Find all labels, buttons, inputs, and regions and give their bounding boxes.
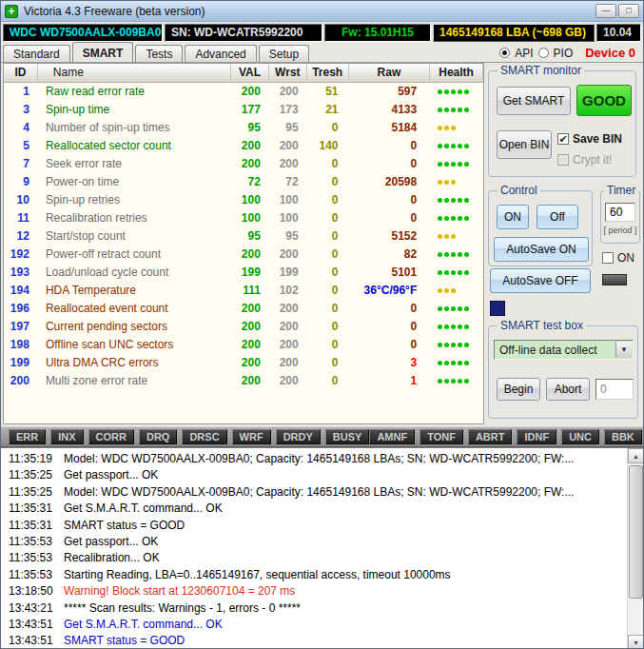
table-row[interactable]: 9Power-on time7272020598: [4, 173, 483, 191]
table-row[interactable]: 7Seek error rate20020000: [4, 155, 483, 173]
right-panel: SMART monitor Get SMART GOOD Open BIN ✔ …: [486, 63, 644, 426]
health-dot-icon: [464, 343, 469, 347]
table-row[interactable]: 3Spin-up time177173214133: [4, 101, 483, 119]
attr-raw: 5184: [349, 119, 431, 137]
save-bin-checkbox[interactable]: ✔ Save BIN: [557, 132, 622, 146]
log-area[interactable]: 11:35:19Model: WDC WD7500AALX-009BA0; Ca…: [1, 447, 643, 649]
test-progress-field[interactable]: [595, 379, 634, 400]
table-row[interactable]: 198Offline scan UNC sectors20020000: [4, 336, 483, 354]
health-dot-icon: [451, 198, 456, 203]
attr-id: 10: [4, 191, 38, 209]
main-area: IDNameVALWrstTreshRawHealth 1Raw read er…: [1, 63, 643, 426]
begin-button[interactable]: Begin: [497, 378, 540, 401]
health-dot-icon: [438, 180, 442, 185]
attr-val: 200: [231, 137, 269, 155]
scroll-thumb[interactable]: [629, 465, 643, 599]
table-row[interactable]: 12Start/stop count959505152: [4, 227, 483, 246]
attr-val: 200: [231, 83, 269, 101]
tab-standard[interactable]: Standard: [3, 45, 70, 62]
scroll-up-icon[interactable]: ▲: [628, 448, 643, 463]
attr-id: 199: [4, 354, 38, 372]
attr-wrst: 72: [269, 173, 307, 191]
autosave-on-button[interactable]: AutoSave ON: [494, 237, 589, 262]
tab-advanced[interactable]: Advanced: [185, 45, 256, 62]
attr-tresh: 0: [307, 282, 349, 300]
attr-tresh: 140: [307, 137, 349, 155]
table-row[interactable]: 4Number of spin-up times959505184: [4, 119, 483, 137]
log-timestamp: 11:35:31: [1, 518, 64, 534]
log-timestamp: 11:35:53: [1, 550, 64, 566]
table-row[interactable]: 192Power-off retract count200200082: [4, 246, 483, 264]
attr-tresh: 0: [307, 300, 349, 318]
table-row[interactable]: 197Current pending sectors20020000: [4, 318, 483, 336]
checkbox-checked-icon: ✔: [557, 133, 569, 145]
monitor-off-button[interactable]: Off: [537, 205, 578, 229]
open-bin-button[interactable]: Open BIN: [497, 130, 552, 159]
health-dot-icon: [458, 270, 462, 275]
attr-val: 200: [231, 354, 269, 372]
table-row[interactable]: 200Multi zone error rate20020001: [4, 372, 483, 390]
attr-raw: 4133: [349, 101, 431, 119]
tab-bar: StandardSMARTTestsAdvancedSetup: [3, 42, 311, 62]
autosave-off-button[interactable]: AutoSave OFF: [490, 268, 591, 293]
get-smart-button[interactable]: Get SMART: [497, 87, 571, 115]
flag-busy: BUSY: [325, 429, 370, 444]
health-dot-icon: [444, 288, 449, 293]
test-type-dropdown[interactable]: Off-line data collect ▼: [494, 340, 634, 360]
attr-name: Ultra DMA CRC errors: [38, 354, 231, 372]
attr-tresh: 0: [307, 336, 349, 354]
table-row[interactable]: 196Reallocated event count20020000: [4, 300, 483, 318]
health-dot-icon: [438, 252, 442, 257]
tab-smart[interactable]: SMART: [72, 42, 134, 62]
attr-wrst: 100: [269, 209, 307, 227]
maximize-button[interactable]: □: [618, 4, 639, 18]
health-dot-icon: [464, 361, 469, 365]
flag-unc: UNC: [561, 429, 599, 444]
table-row[interactable]: 5Reallocated sector count2002001400: [4, 137, 483, 155]
chevron-down-icon[interactable]: ▼: [615, 342, 632, 358]
attr-id: 5: [4, 137, 38, 155]
scroll-down-icon[interactable]: ▼: [628, 635, 643, 649]
attr-tresh: 0: [307, 119, 349, 137]
attr-health-dots: [430, 300, 483, 318]
monitor-on-button[interactable]: ON: [497, 205, 529, 229]
status-flag-bar: ERRINXCORRDRQDRSCWRFDRDYBUSY AMNFTONFABR…: [1, 426, 643, 447]
table-row[interactable]: 194HDA Temperature111102036°C/96°F: [4, 282, 483, 300]
health-dot-icon: [438, 361, 442, 365]
table-row[interactable]: 199Ultra DMA CRC errors20020003: [4, 354, 483, 372]
tab-tests[interactable]: Tests: [135, 45, 183, 62]
health-dot-icon: [438, 234, 442, 239]
drive-firmware: Fw: 15.01H15: [324, 24, 431, 42]
table-row[interactable]: 11Recalibration retries10010000: [4, 209, 483, 227]
timer-period-input[interactable]: [605, 203, 635, 222]
timer-on-checkbox[interactable]: ON: [602, 251, 634, 265]
attr-id: 194: [4, 282, 38, 300]
attr-name: Spin-up time: [38, 101, 231, 119]
table-row[interactable]: 1Raw read error rate20020051597: [4, 83, 483, 101]
mode-controls: API PIO Device 0: [499, 46, 643, 62]
pio-radio[interactable]: [538, 48, 549, 58]
attr-val: 200: [231, 155, 269, 173]
title-bar[interactable]: + Victoria 4.3 Freeware (beta version) —…: [1, 1, 643, 22]
crypt-checkbox[interactable]: Crypt it!: [557, 153, 612, 167]
table-row[interactable]: 10Spin-up retries10010000: [4, 191, 483, 209]
app-icon: +: [5, 5, 18, 18]
health-dot-icon: [464, 144, 469, 148]
abort-button[interactable]: Abort: [546, 378, 590, 401]
attr-health-dots: [430, 282, 483, 300]
health-dot-icon: [458, 162, 462, 167]
attr-tresh: 0: [307, 246, 349, 264]
table-row[interactable]: 193Load/unload cycle count19919905101: [4, 264, 483, 282]
smart-test-box-group: SMART test box Off-line data collect ▼ B…: [488, 325, 638, 419]
attr-wrst: 200: [269, 246, 307, 264]
health-dot-icon: [438, 379, 442, 384]
drive-capacity: 1465149168 LBA (~698 GB): [433, 24, 595, 42]
tab-setup[interactable]: Setup: [259, 45, 309, 62]
attr-raw: 0: [349, 209, 431, 227]
api-radio[interactable]: [499, 48, 510, 58]
log-scrollbar[interactable]: ▲ ▼: [627, 448, 643, 649]
flag-inx: INX: [50, 429, 83, 444]
control-title: Control: [498, 184, 540, 197]
minimize-button[interactable]: —: [595, 4, 616, 18]
column-header-health: Health: [430, 64, 483, 82]
